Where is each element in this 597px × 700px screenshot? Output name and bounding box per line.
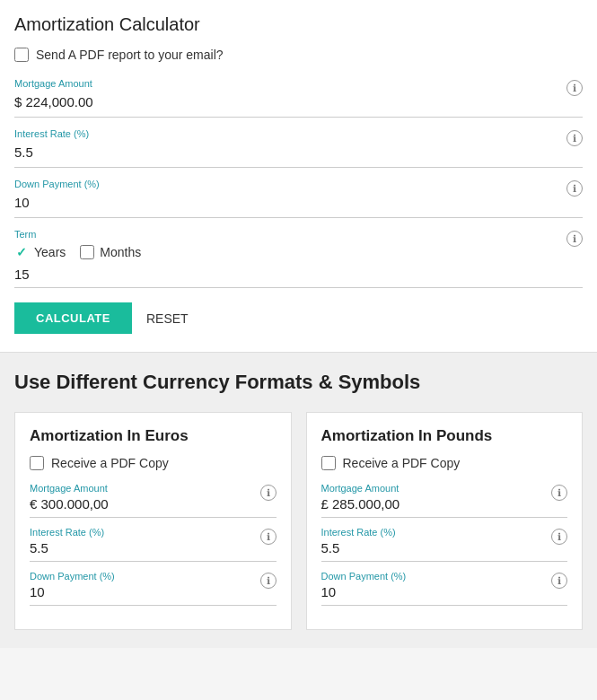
mortgage-amount-info-icon[interactable]: ℹ <box>566 80 583 96</box>
currency-section: Use Different Currency Formats & Symbols… <box>0 353 597 648</box>
pounds-down-payment-label: Down Payment (%) <box>321 571 568 582</box>
euros-down-payment-field: Down Payment (%) 10 ℹ <box>30 571 277 606</box>
mortgage-amount-value: $ 224,000.00 <box>14 92 583 111</box>
pounds-down-payment-value: 10 <box>321 584 568 599</box>
mortgage-amount-label: Mortgage Amount <box>14 78 583 89</box>
euros-mortgage-value: € 300.000,00 <box>30 496 277 512</box>
euros-mortgage-label: Mortgage Amount <box>30 483 277 494</box>
term-field: Term ✓ Years Months 15 ℹ <box>14 229 583 288</box>
pdf-row: Send A PDF report to your email? <box>14 48 583 62</box>
pounds-mortgage-value: £ 285.000,00 <box>321 496 568 512</box>
interest-rate-label: Interest Rate (%) <box>14 128 583 139</box>
page-title: Amortization Calculator <box>14 14 583 35</box>
buttons-row: CALCULATE RESET <box>14 302 583 334</box>
pounds-card: Amortization In Pounds Receive a PDF Cop… <box>306 412 584 630</box>
euros-interest-info-icon[interactable]: ℹ <box>260 529 277 545</box>
pounds-pdf-row: Receive a PDF Copy <box>321 456 568 470</box>
term-info-icon[interactable]: ℹ <box>566 231 583 247</box>
pounds-interest-field: Interest Rate (%) 5.5 ℹ <box>321 527 568 562</box>
term-months-option: Months <box>80 245 141 259</box>
pounds-mortgage-info-icon[interactable]: ℹ <box>551 485 567 501</box>
top-calculator-section: Amortization Calculator Send A PDF repor… <box>0 0 597 353</box>
pounds-interest-info-icon[interactable]: ℹ <box>551 529 567 545</box>
euros-pdf-checkbox[interactable] <box>30 456 44 470</box>
pounds-card-title: Amortization In Pounds <box>321 427 568 445</box>
term-label: Term <box>14 229 583 240</box>
euros-interest-value: 5.5 <box>30 540 277 556</box>
euros-down-payment-value: 10 <box>30 584 277 599</box>
pounds-pdf-label: Receive a PDF Copy <box>343 456 461 470</box>
reset-button[interactable]: RESET <box>146 311 189 326</box>
down-payment-value: 10 <box>14 193 583 212</box>
mortgage-amount-field: Mortgage Amount $ 224,000.00 ℹ <box>14 78 583 118</box>
term-options: ✓ Years Months <box>14 245 583 259</box>
pounds-down-payment-field: Down Payment (%) 10 ℹ <box>321 571 568 606</box>
euros-down-payment-label: Down Payment (%) <box>30 571 277 582</box>
euros-card: Amortization In Euros Receive a PDF Copy… <box>14 412 292 630</box>
down-payment-label: Down Payment (%) <box>14 179 583 189</box>
down-payment-field: Down Payment (%) 10 ℹ <box>14 179 583 218</box>
term-value: 15 <box>14 267 583 282</box>
term-years-label: Years <box>34 245 66 259</box>
cards-row: Amortization In Euros Receive a PDF Copy… <box>14 412 583 630</box>
interest-rate-field: Interest Rate (%) 5.5 ℹ <box>14 128 583 168</box>
pounds-down-payment-info-icon[interactable]: ℹ <box>551 573 567 589</box>
euros-card-title: Amortization In Euros <box>30 427 277 445</box>
pounds-pdf-checkbox[interactable] <box>321 456 336 470</box>
euros-down-payment-info-icon[interactable]: ℹ <box>260 573 277 589</box>
pdf-label: Send A PDF report to your email? <box>36 48 224 62</box>
calculate-button[interactable]: CALCULATE <box>14 302 132 334</box>
euros-pdf-row: Receive a PDF Copy <box>30 456 277 470</box>
pounds-interest-label: Interest Rate (%) <box>321 527 568 538</box>
euros-mortgage-info-icon[interactable]: ℹ <box>260 485 277 501</box>
term-years-option: ✓ Years <box>14 245 66 259</box>
pounds-mortgage-field: Mortgage Amount £ 285.000,00 ℹ <box>321 483 568 518</box>
pdf-checkbox[interactable] <box>14 48 29 62</box>
euros-interest-label: Interest Rate (%) <box>30 527 277 538</box>
term-months-checkbox[interactable] <box>80 245 94 259</box>
interest-rate-info-icon[interactable]: ℹ <box>566 130 583 146</box>
interest-rate-value: 5.5 <box>14 143 583 162</box>
euros-interest-field: Interest Rate (%) 5.5 ℹ <box>30 527 277 562</box>
euros-pdf-label: Receive a PDF Copy <box>51 456 169 470</box>
pounds-interest-value: 5.5 <box>321 540 568 556</box>
currency-section-title: Use Different Currency Formats & Symbols <box>14 371 583 394</box>
euros-mortgage-field: Mortgage Amount € 300.000,00 ℹ <box>30 483 277 518</box>
years-checkmark-icon: ✓ <box>14 245 29 259</box>
down-payment-info-icon[interactable]: ℹ <box>566 180 583 197</box>
pounds-mortgage-label: Mortgage Amount <box>321 483 568 494</box>
term-months-label: Months <box>100 245 141 259</box>
